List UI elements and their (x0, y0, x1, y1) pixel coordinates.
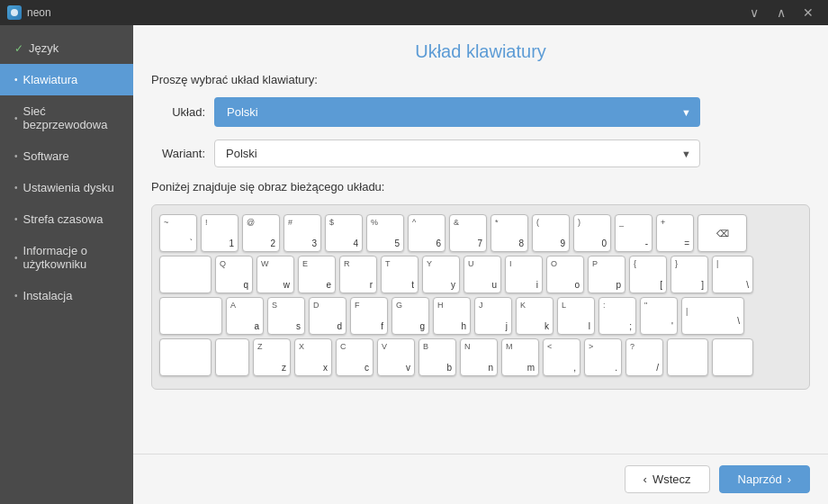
titlebar-controls: ∨ ∧ ✕ (742, 3, 821, 22)
key-b[interactable]: Bb (418, 338, 456, 376)
back-label: Wstecz (652, 472, 691, 486)
maximize-button[interactable]: ∧ (769, 3, 794, 22)
key-q[interactable]: Qq (215, 256, 253, 293)
key-backspace[interactable]: ⌫ (698, 214, 747, 252)
key-y[interactable]: Yy (422, 256, 460, 293)
key-period[interactable]: >. (584, 338, 622, 376)
key-l[interactable]: Ll (557, 297, 595, 335)
content-footer: ‹ Wstecz Naprzód › (133, 454, 828, 504)
kbd-row-1: ~` !1 @2 #3 $4 %5 ^6 &7 *8 (9 )0 _- += ⌫ (159, 214, 802, 252)
key-n[interactable]: Nn (460, 338, 498, 376)
key-e[interactable]: Ee (298, 256, 336, 293)
key-enter[interactable]: |\ (681, 297, 744, 335)
key-a[interactable]: Aa (226, 297, 264, 335)
back-chevron-icon: ‹ (644, 472, 647, 486)
wariant-select[interactable]: Polski (214, 140, 700, 167)
bullet-icon: • (14, 75, 18, 85)
kbd-row-3: Aa Ss Dd Ff Gg Hh Jj Kk Ll :; "' |\ (159, 297, 802, 335)
key-6[interactable]: ^6 (408, 214, 446, 252)
next-button[interactable]: Naprzód › (719, 465, 810, 493)
sidebar-item-software[interactable]: • Software (0, 140, 133, 172)
key-w[interactable]: Ww (256, 256, 294, 293)
key-semicolon[interactable]: :; (598, 297, 636, 335)
sidebar-item-ustawienia[interactable]: • Ustawienia dysku (0, 172, 133, 203)
uklad-select[interactable]: Polski (214, 97, 700, 127)
key-lshift[interactable] (159, 338, 212, 376)
sidebar-item-informacje[interactable]: • Informacje o użytkowniku (0, 235, 133, 280)
sidebar-item-jezyk[interactable]: ✓ Język (0, 32, 133, 64)
key-2[interactable]: @2 (242, 214, 280, 252)
titlebar: neon ∨ ∧ ✕ (0, 0, 828, 25)
key-capslock[interactable] (159, 297, 222, 335)
titlebar-title: neon (27, 6, 51, 19)
key-backslash[interactable]: |\ (712, 256, 753, 293)
sidebar-item-label: Klawiatura (23, 73, 78, 86)
uklad-label: Układ: (151, 105, 214, 119)
page-title: Układ klawiatury (151, 41, 810, 62)
sidebar-item-instalacja[interactable]: • Instalacja (0, 280, 133, 311)
key-7[interactable]: &7 (449, 214, 487, 252)
close-button[interactable]: ✕ (796, 3, 821, 22)
check-icon: ✓ (14, 42, 23, 55)
back-button[interactable]: ‹ Wstecz (625, 465, 710, 493)
kbd-row-2: Qq Ww Ee Rr Tt Yy Uu Ii Oo Pp {[ }] |\ (159, 256, 802, 293)
sidebar-item-klawiatura[interactable]: • Klawiatura (0, 64, 133, 95)
key-slash[interactable]: ?/ (626, 338, 663, 376)
key-f[interactable]: Ff (350, 297, 388, 335)
bullet-icon: • (14, 151, 18, 161)
sidebar-item-strefa[interactable]: • Strefa czasowa (0, 203, 133, 235)
key-x[interactable]: Xx (294, 338, 332, 376)
key-tab[interactable] (159, 256, 212, 293)
key-rshift[interactable] (667, 338, 708, 376)
key-3[interactable]: #3 (284, 214, 321, 252)
key-o[interactable]: Oo (546, 256, 584, 293)
key-equals[interactable]: += (656, 214, 694, 252)
key-quote[interactable]: "' (640, 297, 678, 335)
key-z[interactable]: Zz (253, 338, 291, 376)
key-8[interactable]: *8 (490, 214, 528, 252)
sidebar-item-label: Strefa czasowa (23, 212, 104, 226)
main-layout: ✓ Język • Klawiatura • Sieć bezprzewodow… (0, 25, 828, 504)
sidebar-item-siec[interactable]: • Sieć bezprzewodowa (0, 95, 133, 140)
key-4[interactable]: $4 (325, 214, 363, 252)
key-rshift2[interactable] (712, 338, 753, 376)
key-c[interactable]: Cc (336, 338, 374, 376)
key-k[interactable]: Kk (516, 297, 554, 335)
key-v[interactable]: Vv (377, 338, 415, 376)
key-0[interactable]: )0 (573, 214, 611, 252)
key-j[interactable]: Jj (474, 297, 512, 335)
kbd-description: Poniżej znajduje się obraz bieżącego ukł… (151, 180, 810, 194)
key-1[interactable]: !1 (201, 214, 238, 252)
key-d[interactable]: Dd (309, 297, 346, 335)
key-r[interactable]: Rr (339, 256, 377, 293)
key-t[interactable]: Tt (381, 256, 418, 293)
key-u[interactable]: Uu (464, 256, 501, 293)
content-body: Proszę wybrać układ klawiatury: Układ: P… (133, 73, 828, 454)
key-lbracket[interactable]: {[ (629, 256, 667, 293)
key-comma[interactable]: <, (543, 338, 580, 376)
key-5[interactable]: %5 (366, 214, 404, 252)
content-area: Układ klawiatury Proszę wybrać układ kla… (133, 25, 828, 504)
minimize-button[interactable]: ∨ (742, 3, 767, 22)
key-backtick[interactable]: ~` (159, 214, 197, 252)
titlebar-left: neon (7, 5, 51, 20)
key-m[interactable]: Mm (501, 338, 539, 376)
bullet-icon: • (14, 214, 18, 224)
keyboard-display: ~` !1 @2 #3 $4 %5 ^6 &7 *8 (9 )0 _- += ⌫ (151, 204, 810, 390)
bullet-icon: • (14, 113, 18, 123)
key-s[interactable]: Ss (267, 297, 305, 335)
next-label: Naprzód (738, 472, 782, 486)
key-minus[interactable]: _- (615, 214, 652, 252)
content-header: Układ klawiatury (133, 25, 828, 73)
key-9[interactable]: (9 (532, 214, 570, 252)
key-p[interactable]: Pp (588, 256, 626, 293)
key-g[interactable]: Gg (392, 297, 429, 335)
prompt-text: Proszę wybrać układ klawiatury: (151, 73, 810, 86)
key-i[interactable]: Ii (505, 256, 543, 293)
bullet-icon: • (14, 253, 18, 263)
key-extra[interactable] (215, 338, 249, 376)
key-rbracket[interactable]: }] (670, 256, 708, 293)
bullet-icon: • (14, 291, 18, 301)
sidebar-item-label: Język (29, 41, 58, 55)
key-h[interactable]: Hh (433, 297, 471, 335)
